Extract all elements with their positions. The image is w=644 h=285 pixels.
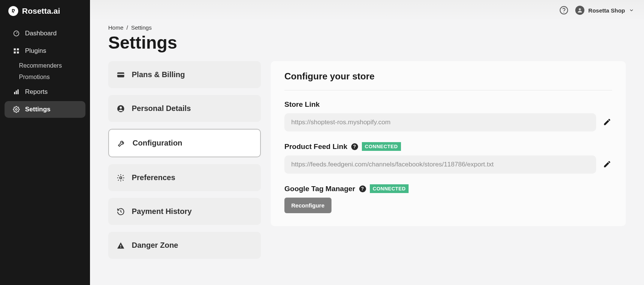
breadcrumb: Home / Settings bbox=[108, 24, 626, 31]
menu-item-label: Personal Details bbox=[132, 104, 191, 113]
card-icon bbox=[117, 71, 125, 79]
menu-payment-history[interactable]: Payment History bbox=[108, 198, 261, 225]
sidebar-item-label: Dashboard bbox=[25, 30, 57, 37]
svg-rect-13 bbox=[117, 74, 124, 75]
field-gtm: Google Tag Manager ? CONNECTED Reconfigu… bbox=[284, 184, 612, 213]
panel-title: Configure your store bbox=[284, 71, 612, 90]
sidebar-item-settings[interactable]: Settings bbox=[5, 101, 85, 118]
nav-list: Dashboard Plugins Recommenders Promotion… bbox=[0, 25, 90, 118]
breadcrumb-home[interactable]: Home bbox=[108, 24, 123, 31]
history-icon bbox=[117, 207, 125, 216]
settings-menu: Plans & Billing Personal Details Configu… bbox=[108, 61, 261, 259]
svg-point-16 bbox=[120, 177, 122, 179]
user-menu[interactable]: Rosetta Shop bbox=[575, 6, 634, 15]
sidebar-item-label: Reports bbox=[25, 88, 48, 96]
sidebar-item-label: Plugins bbox=[25, 47, 46, 55]
field-label-text: Product Feed Link bbox=[284, 142, 347, 151]
menu-item-label: Configuration bbox=[133, 139, 182, 147]
topbar: Rosetta Shop bbox=[90, 0, 644, 21]
field-feed-link: Product Feed Link ? CONNECTED https://fe… bbox=[284, 142, 612, 174]
sidebar-sub-promotions[interactable]: Promotions bbox=[0, 71, 90, 83]
svg-rect-5 bbox=[14, 92, 15, 94]
breadcrumb-separator: / bbox=[126, 24, 128, 31]
svg-rect-6 bbox=[16, 90, 17, 94]
grid-icon bbox=[13, 48, 20, 54]
menu-item-label: Payment History bbox=[132, 207, 192, 216]
store-link-input[interactable]: https://shoptest-ros.myshopify.com bbox=[284, 113, 596, 131]
status-badge: CONNECTED bbox=[370, 184, 409, 193]
svg-rect-1 bbox=[14, 48, 16, 50]
help-icon[interactable] bbox=[559, 6, 568, 15]
avatar-icon bbox=[575, 6, 584, 15]
user-icon bbox=[117, 104, 125, 113]
svg-point-8 bbox=[16, 109, 17, 111]
menu-plans-billing[interactable]: Plans & Billing bbox=[108, 61, 261, 88]
bar-chart-icon bbox=[13, 89, 20, 95]
menu-preferences[interactable]: Preferences bbox=[108, 164, 261, 191]
svg-point-15 bbox=[120, 106, 122, 109]
sidebar-item-reports[interactable]: Reports bbox=[5, 84, 85, 100]
svg-rect-3 bbox=[14, 52, 16, 54]
wrench-icon bbox=[117, 139, 126, 147]
menu-item-label: Danger Zone bbox=[132, 241, 178, 250]
sidebar: Rosetta.ai Dashboard Plugins Recommender… bbox=[0, 0, 90, 285]
svg-rect-17 bbox=[120, 245, 121, 247]
help-icon[interactable]: ? bbox=[351, 143, 358, 150]
brand-logo[interactable]: Rosetta.ai bbox=[0, 6, 90, 24]
field-store-link: Store Link https://shoptest-ros.myshopif… bbox=[284, 100, 612, 131]
warning-icon bbox=[117, 241, 125, 250]
edit-feed-link-button[interactable] bbox=[603, 160, 612, 169]
svg-point-9 bbox=[560, 6, 568, 14]
feed-link-input[interactable]: https://feeds.feedgeni.com/channels/face… bbox=[284, 155, 596, 174]
svg-rect-18 bbox=[120, 247, 121, 248]
brand-name: Rosetta.ai bbox=[22, 6, 60, 16]
gauge-icon bbox=[13, 30, 20, 37]
page-title: Settings bbox=[108, 32, 626, 53]
menu-item-label: Plans & Billing bbox=[132, 70, 185, 79]
sidebar-sub-recommenders[interactable]: Recommenders bbox=[0, 60, 90, 71]
sidebar-item-label: Settings bbox=[25, 106, 51, 113]
chevron-down-icon bbox=[629, 8, 634, 13]
svg-rect-7 bbox=[17, 89, 19, 94]
svg-rect-2 bbox=[17, 48, 19, 50]
menu-configuration[interactable]: Configuration bbox=[108, 129, 261, 157]
sidebar-item-plugins[interactable]: Plugins bbox=[5, 43, 85, 59]
gear-icon bbox=[13, 106, 20, 113]
menu-item-label: Preferences bbox=[132, 173, 175, 182]
reconfigure-button[interactable]: Reconfigure bbox=[284, 198, 331, 213]
edit-store-link-button[interactable] bbox=[603, 118, 612, 127]
config-panel: Configure your store Store Link https://… bbox=[271, 61, 626, 226]
sidebar-sub-label: Promotions bbox=[19, 74, 50, 80]
brand-mark-icon bbox=[8, 6, 18, 16]
gear-icon bbox=[117, 174, 125, 182]
status-badge: CONNECTED bbox=[362, 142, 401, 151]
menu-personal-details[interactable]: Personal Details bbox=[108, 95, 261, 122]
sidebar-item-dashboard[interactable]: Dashboard bbox=[5, 25, 85, 42]
svg-point-11 bbox=[579, 8, 581, 10]
field-label-text: Store Link bbox=[284, 100, 320, 109]
menu-danger-zone[interactable]: Danger Zone bbox=[108, 232, 261, 259]
sidebar-sub-label: Recommenders bbox=[19, 62, 62, 69]
svg-rect-4 bbox=[17, 52, 19, 54]
field-label-text: Google Tag Manager bbox=[284, 185, 355, 193]
svg-point-10 bbox=[564, 12, 564, 13]
help-icon[interactable]: ? bbox=[359, 185, 366, 192]
breadcrumb-current: Settings bbox=[131, 24, 152, 31]
user-name: Rosetta Shop bbox=[588, 7, 625, 14]
